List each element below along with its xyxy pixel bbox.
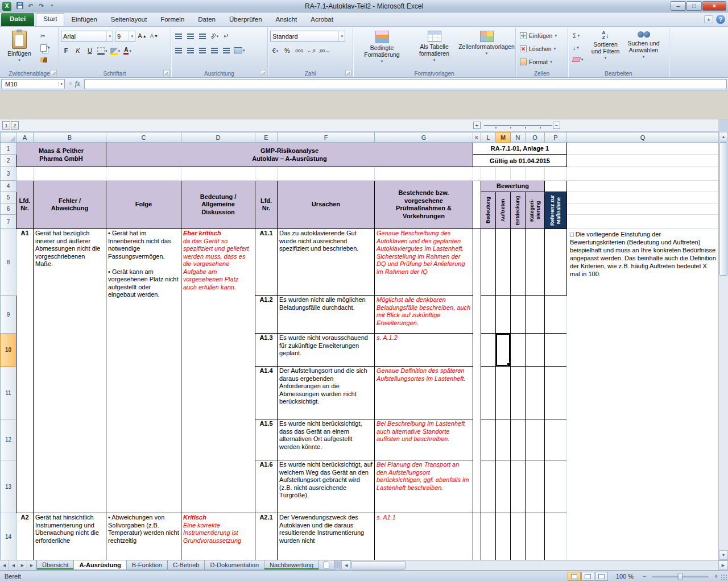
cell-empty[interactable] [567, 167, 719, 181]
tab-einfuegen[interactable]: Einfügen [64, 14, 104, 26]
col-header-D[interactable]: D [181, 132, 255, 143]
font-color-button[interactable]: A▾ [122, 45, 133, 56]
row-header-10[interactable]: 10 [1, 334, 16, 367]
zoom-in-button[interactable]: + [712, 572, 720, 580]
header-massnahmen[interactable]: Bestehende bzw. vorgesehene Prüfmaßnahme… [375, 181, 473, 229]
dialog-launcher[interactable]: ◿ [163, 70, 169, 76]
cell-A1-6-id[interactable]: A1.6 [255, 460, 278, 513]
cell-A1-bedeutung[interactable]: Eher kritisch da das Gerät so spezifizie… [181, 229, 255, 513]
col-header-N[interactable]: N [511, 132, 526, 143]
minimize-ribbon-button[interactable]: ▴ [704, 15, 713, 23]
row-header-3[interactable]: 3 [1, 167, 16, 181]
col-header-P[interactable]: P [545, 132, 567, 143]
sort-filter-button[interactable]: AZ ↓ Sortieren und Filtern ▾ [588, 29, 623, 68]
header-ursachen[interactable]: Ursachen [278, 181, 375, 229]
font-name-select[interactable]: Arial▾ [61, 31, 113, 41]
rating-cell[interactable] [545, 296, 567, 334]
rating-cell[interactable] [511, 334, 526, 367]
cell-A2-id[interactable]: A2 [16, 513, 34, 560]
cell-spacer-K[interactable] [473, 229, 481, 513]
header-rot-kategorisierung[interactable]: Kategori-sierung [526, 192, 545, 229]
bold-button[interactable]: F [61, 45, 71, 56]
row-header-14[interactable]: 14 [1, 513, 16, 560]
find-select-button[interactable]: Suchen und Auswählen ▾ [626, 29, 662, 68]
row-header-1[interactable]: 1 [1, 143, 16, 155]
rating-cell[interactable] [526, 419, 545, 460]
rating-cell[interactable] [511, 460, 526, 513]
underline-button[interactable]: U [85, 45, 95, 56]
insert-worksheet-button[interactable] [318, 560, 334, 570]
select-all-corner[interactable] [1, 132, 16, 143]
cell-empty[interactable] [526, 167, 545, 181]
formula-input[interactable] [84, 79, 727, 89]
rating-cell[interactable] [481, 296, 496, 334]
cell-A1-3-massnahme[interactable]: s. A.1.2 [375, 334, 473, 367]
rating-cell[interactable] [526, 513, 545, 560]
header-fehler[interactable]: Fehler / Abweichung [34, 181, 106, 229]
cell-empty[interactable] [545, 181, 567, 192]
next-sheet-button[interactable]: ▶ [18, 560, 27, 570]
horizontal-scroll-thumb[interactable] [351, 561, 406, 569]
rating-cell[interactable] [496, 229, 511, 296]
cell-empty[interactable] [567, 215, 719, 229]
cell-spacer-K[interactable] [473, 513, 481, 560]
cell-A1-3-ursache[interactable]: Es wurde nicht vorausschauend für zukünf… [278, 334, 375, 367]
row-header-4[interactable]: 4 [1, 181, 16, 192]
cell-empty[interactable] [181, 167, 255, 181]
page-break-view-button[interactable] [595, 572, 608, 581]
sheet-tab-b-funktion[interactable]: B-Funktion [126, 560, 168, 570]
tab-split-handle[interactable] [336, 562, 340, 568]
col-header-M[interactable]: M [496, 132, 511, 143]
header-rot-bedeutung[interactable]: Bedeutung [481, 192, 496, 229]
rating-cell[interactable] [481, 460, 496, 513]
tab-start[interactable]: Start [36, 13, 64, 26]
cell-empty[interactable] [567, 143, 719, 155]
cell-A1-fehler[interactable]: Gerät hat bezüglich innerer und äußerer … [34, 229, 106, 513]
cell-valid-from[interactable]: Gültig ab 01.04.2015 [473, 155, 567, 167]
rating-cell[interactable] [545, 460, 567, 513]
percent-style-button[interactable]: % [282, 45, 292, 56]
cell-empty[interactable] [481, 167, 496, 181]
cell-note[interactable]: □ Die vorliegende Einstufung der Bewertu… [567, 229, 719, 560]
rating-cell[interactable] [511, 419, 526, 460]
increase-indent-button[interactable] [221, 45, 231, 55]
tab-daten[interactable]: Daten [191, 14, 222, 26]
header-rot-entdeckung[interactable]: Entdeckung [511, 192, 526, 229]
align-left-button[interactable] [173, 45, 184, 55]
cell-A2-1-massnahme[interactable]: s. A1.1 [375, 513, 473, 560]
cell-A1-5-id[interactable]: A1.5 [255, 419, 278, 460]
col-header-G[interactable]: G [375, 132, 473, 143]
cell-A2-folge[interactable]: • Abweichungen von Sollvorgaben (z.B. Te… [106, 513, 181, 560]
number-format-select[interactable]: Standard▾ [270, 31, 345, 41]
copy-button[interactable]: ▾ [38, 43, 52, 53]
comma-style-button[interactable]: 000 [294, 45, 304, 56]
selected-cell-M10[interactable] [496, 334, 511, 367]
rating-cell[interactable] [545, 513, 567, 560]
align-bottom-button[interactable] [197, 31, 208, 41]
last-sheet-button[interactable]: ▶ [27, 560, 36, 570]
cell-empty[interactable] [106, 167, 181, 181]
cell-A2-1-id[interactable]: A2.1 [255, 513, 278, 560]
italic-button[interactable]: K [73, 45, 83, 56]
cell-empty[interactable] [473, 167, 481, 181]
header-rot-auftreten[interactable]: Auftreten [496, 192, 511, 229]
insert-function-icon[interactable]: fx [75, 80, 80, 88]
cell-spacer-K[interactable] [473, 181, 481, 229]
rating-cell[interactable] [481, 419, 496, 460]
decrease-indent-button[interactable] [209, 45, 220, 55]
cell-A1-4-ursache[interactable]: Der Aufstellungsort und die sich daraus … [278, 367, 375, 419]
cell-empty[interactable] [567, 181, 719, 192]
rating-cell[interactable] [496, 296, 511, 334]
zoom-slider-thumb[interactable] [678, 573, 683, 580]
header-lfd-nr[interactable]: Lfd. Nr. [16, 181, 34, 229]
cell-doc-id[interactable]: RA-7.1-01, Anlage 1 [473, 143, 567, 155]
col-header-K[interactable]: K [473, 132, 481, 143]
borders-button[interactable]: ▾ [97, 45, 108, 56]
align-right-button[interactable] [197, 45, 208, 55]
header-bedeutung[interactable]: Bedeutung / Allgemeine Diskussion [181, 181, 255, 229]
tab-formeln[interactable]: Formeln [154, 14, 191, 26]
vertical-scroll-thumb[interactable] [719, 142, 727, 276]
row-header-2[interactable]: 2 [1, 155, 16, 167]
tab-ueberpruefen[interactable]: Überprüfen [222, 14, 269, 26]
col-header-E[interactable]: E [255, 132, 278, 143]
